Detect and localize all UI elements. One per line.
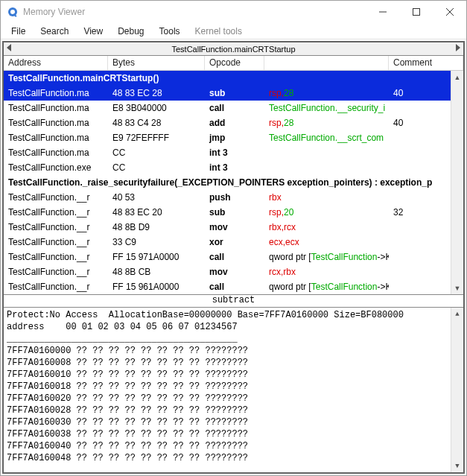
memory-viewer-window: Memory Viewer FileSearchViewDebugToolsKe… bbox=[0, 0, 467, 476]
disasm-scrollbar[interactable] bbox=[451, 71, 463, 294]
disasm-row[interactable]: TestCallFunction.__r33 C9xorecx,ecx bbox=[4, 235, 463, 250]
titlebar[interactable]: Memory Viewer bbox=[1, 1, 466, 23]
disasm-row[interactable]: TestCallFunction.__r48 8B D9movrbx,rcx bbox=[4, 220, 463, 235]
opcode-description: subtract bbox=[4, 294, 463, 308]
disasm-row[interactable]: TestCallFunction.maCCint 3 bbox=[4, 145, 463, 160]
function-header-sub[interactable]: TestCallFunction._raise_securityfailure(… bbox=[4, 175, 463, 190]
col-args[interactable] bbox=[264, 56, 389, 70]
svg-rect-4 bbox=[413, 9, 419, 16]
disasm-row[interactable]: TestCallFunction.ma48 83 EC 28subrsp,284… bbox=[4, 86, 463, 101]
scroll-up-icon[interactable] bbox=[451, 71, 463, 83]
menu-kernel-tools[interactable]: Kernel tools bbox=[188, 24, 250, 39]
disasm-row[interactable]: TestCallFunction.__r48 8B CBmovrcx,rbx bbox=[4, 264, 463, 279]
disasm-row[interactable]: TestCallFunction.exeCCint 3 bbox=[4, 160, 463, 175]
disasm-row[interactable]: TestCallFunction.__r40 53pushrbx bbox=[4, 190, 463, 205]
scroll-down-icon[interactable] bbox=[451, 282, 463, 294]
tab-strip[interactable]: TestCallFunction.mainCRTStartup bbox=[4, 42, 463, 56]
disasm-row[interactable]: TestCallFunction.__rFF 15 961A0000callqw… bbox=[4, 279, 463, 294]
menu-debug[interactable]: Debug bbox=[110, 24, 151, 39]
col-opcode[interactable]: Opcode bbox=[205, 56, 264, 70]
disassembly-pane[interactable]: Address Bytes Opcode Comment TestCallFun… bbox=[4, 56, 463, 294]
col-address[interactable]: Address bbox=[4, 56, 108, 70]
col-comment[interactable]: Comment bbox=[389, 56, 463, 70]
disasm-row[interactable]: TestCallFunction.__rFF 15 971A0000callqw… bbox=[4, 250, 463, 264]
minimize-button[interactable] bbox=[366, 1, 399, 23]
content-area: TestCallFunction.mainCRTStartup Address … bbox=[2, 41, 465, 474]
scroll-up-icon[interactable] bbox=[451, 308, 463, 320]
close-button[interactable] bbox=[433, 1, 466, 23]
menu-view[interactable]: View bbox=[76, 24, 110, 39]
disasm-body[interactable]: TestCallFunction.mainCRTStartup()TestCal… bbox=[4, 71, 463, 294]
menu-tools[interactable]: Tools bbox=[152, 24, 188, 39]
app-icon bbox=[7, 6, 19, 18]
hex-content[interactable]: Protect:No Access AllocationBase=0000000… bbox=[7, 309, 460, 464]
col-bytes[interactable]: Bytes bbox=[108, 56, 205, 70]
menu-file[interactable]: File bbox=[4, 24, 33, 39]
hex-pane[interactable]: Protect:No Access AllocationBase=0000000… bbox=[4, 308, 463, 472]
disasm-columns: Address Bytes Opcode Comment bbox=[4, 56, 463, 71]
menu-search[interactable]: Search bbox=[33, 24, 76, 39]
disasm-row[interactable]: TestCallFunction.__r48 83 EC 20subrsp,20… bbox=[4, 205, 463, 220]
disasm-row[interactable]: TestCallFunction.ma48 83 C4 28addrsp,284… bbox=[4, 115, 463, 130]
window-title: Memory Viewer bbox=[23, 7, 366, 17]
maximize-button[interactable] bbox=[399, 1, 433, 23]
disasm-row[interactable]: TestCallFunction.maE8 3B040000callTestCa… bbox=[4, 101, 463, 115]
hex-scrollbar[interactable] bbox=[451, 308, 463, 472]
disasm-row[interactable]: TestCallFunction.maE9 72FEFFFFjmpTestCal… bbox=[4, 130, 463, 145]
scroll-down-icon[interactable] bbox=[451, 460, 463, 472]
menubar: FileSearchViewDebugToolsKernel tools bbox=[1, 23, 466, 39]
function-header[interactable]: TestCallFunction.mainCRTStartup() bbox=[4, 71, 463, 86]
active-tab-label[interactable]: TestCallFunction.mainCRTStartup bbox=[171, 45, 295, 54]
